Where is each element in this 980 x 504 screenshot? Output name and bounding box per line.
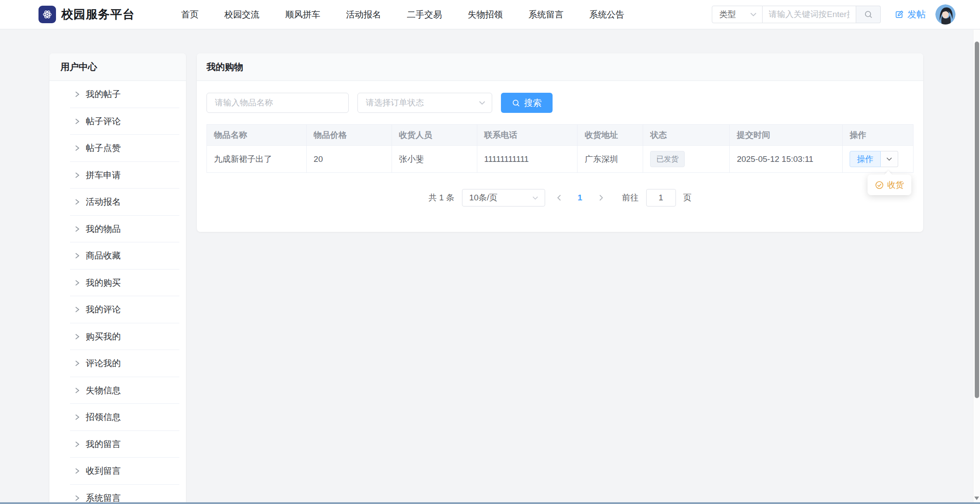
- create-post-link[interactable]: 发帖: [895, 8, 926, 21]
- page-unit-label: 页: [683, 192, 692, 203]
- nav-item-lost-found[interactable]: 失物招领: [468, 9, 503, 21]
- page-number-1[interactable]: 1: [573, 193, 587, 203]
- chevron-right-icon: [74, 360, 80, 367]
- search-icon: [512, 99, 520, 107]
- cell-item-name: 九成新裙子出了: [207, 146, 307, 173]
- sidebar-item-my-posts[interactable]: 我的帖子: [49, 81, 186, 108]
- chevron-down-icon: [479, 101, 486, 105]
- prev-page-button[interactable]: [553, 189, 566, 206]
- pagination: 共 1 条 10条/页 1 前往 页: [197, 189, 923, 206]
- brand[interactable]: 校园服务平台: [38, 6, 135, 23]
- sidebar-item-label: 我的购买: [86, 277, 121, 289]
- chevron-right-icon: [74, 333, 80, 340]
- chevron-right-icon: [74, 145, 80, 151]
- user-center-sidebar: 用户中心 我的帖子 帖子评论 帖子点赞 拼车申请 活动报名 我的物品 商品收藏: [49, 53, 186, 504]
- keyword-search-button[interactable]: [856, 6, 881, 23]
- chevron-right-icon: [74, 118, 80, 125]
- nav-item-campus-exchange[interactable]: 校园交流: [224, 9, 259, 21]
- action-dropdown-menu: 收货: [868, 175, 911, 195]
- order-status-placeholder: 请选择订单状态: [366, 97, 424, 108]
- page: 校园服务平台 首页 校园交流 顺风拼车 活动报名 二手交易 失物招领 系统留言 …: [0, 0, 980, 504]
- col-item-price: 物品价格: [306, 125, 392, 146]
- sidebar-item-label: 收到留言: [86, 465, 121, 477]
- sidebar-item-lost-info[interactable]: 失物信息: [49, 377, 186, 404]
- order-status-select[interactable]: 请选择订单状态: [357, 93, 492, 113]
- chevron-right-icon: [74, 226, 80, 232]
- sidebar-item-post-comments[interactable]: 帖子评论: [49, 108, 186, 135]
- sidebar-item-commented-mine[interactable]: 评论我的: [49, 350, 186, 377]
- sidebar-item-label: 购买我的: [86, 331, 121, 343]
- chevron-right-icon: [598, 194, 604, 201]
- col-address: 收货地址: [578, 125, 643, 146]
- type-select[interactable]: 类型: [712, 6, 763, 23]
- chevron-right-icon: [74, 252, 80, 259]
- brand-logo-icon: [38, 6, 56, 23]
- menu-item-receive-goods[interactable]: 收货: [887, 179, 904, 191]
- cell-submit-time: 2025-05-12 15:03:11: [730, 146, 843, 173]
- chevron-right-icon: [74, 468, 80, 474]
- sidebar-item-found-info[interactable]: 招领信息: [49, 404, 186, 431]
- chevron-right-icon: [74, 414, 80, 420]
- sidebar-item-activity-signup[interactable]: 活动报名: [49, 189, 186, 216]
- action-button[interactable]: 操作: [850, 151, 881, 167]
- chevron-right-icon: [74, 280, 80, 286]
- nav-item-home[interactable]: 首页: [181, 9, 199, 21]
- scrollbar-down-arrow-icon[interactable]: [974, 496, 980, 500]
- sidebar-item-label: 评论我的: [86, 357, 121, 369]
- search-icon: [864, 10, 873, 19]
- chevron-right-icon: [74, 495, 80, 501]
- next-page-button[interactable]: [595, 189, 608, 206]
- status-badge: 已发货: [650, 151, 685, 167]
- user-avatar[interactable]: [935, 4, 956, 24]
- goto-label: 前往: [622, 192, 639, 203]
- nav-item-carpool[interactable]: 顺风拼车: [285, 9, 320, 21]
- top-navbar: 校园服务平台 首页 校园交流 顺风拼车 活动报名 二手交易 失物招领 系统留言 …: [0, 0, 980, 29]
- goto-page-input[interactable]: [646, 189, 676, 206]
- sidebar-item-label: 活动报名: [86, 196, 121, 208]
- search-button-label: 搜索: [524, 97, 542, 109]
- chevron-right-icon: [74, 441, 80, 448]
- chevron-left-icon: [556, 194, 562, 201]
- search-button[interactable]: 搜索: [501, 93, 553, 113]
- scrollbar-thumb[interactable]: [975, 42, 979, 398]
- sidebar-item-bought-mine[interactable]: 购买我的: [49, 323, 186, 350]
- my-shopping-panel: 我的购物 请选择订单状态 搜索: [197, 53, 923, 232]
- page-scrollbar[interactable]: [973, 30, 980, 504]
- col-phone: 联系电话: [477, 125, 578, 146]
- sidebar-item-label: 招领信息: [86, 411, 121, 423]
- orders-table: 物品名称 物品价格 收货人员 联系电话 收货地址 状态 提交时间 操作 九成新裙…: [206, 124, 914, 173]
- item-name-input[interactable]: [206, 93, 349, 113]
- sidebar-item-system-messages[interactable]: 系统留言: [49, 485, 186, 504]
- sidebar-item-label: 我的留言: [86, 438, 121, 450]
- sidebar-item-received-messages[interactable]: 收到留言: [49, 458, 186, 485]
- col-submit-time: 提交时间: [730, 125, 843, 146]
- edit-icon: [895, 10, 904, 19]
- sidebar-item-my-comments[interactable]: 我的评论: [49, 296, 186, 323]
- sidebar-item-carpool-apply[interactable]: 拼车申请: [49, 162, 186, 189]
- chevron-right-icon: [74, 387, 80, 394]
- cell-phone: 11111111111: [477, 146, 578, 173]
- nav-item-system-message[interactable]: 系统留言: [528, 9, 564, 21]
- sidebar-item-post-likes[interactable]: 帖子点赞: [49, 135, 186, 162]
- nav-item-secondhand[interactable]: 二手交易: [407, 9, 442, 21]
- nav-item-system-notice[interactable]: 系统公告: [589, 9, 624, 21]
- sidebar-item-my-purchases[interactable]: 我的购买: [49, 270, 186, 297]
- cell-status: 已发货: [643, 146, 730, 173]
- chevron-down-icon: [886, 157, 892, 161]
- sidebar-item-my-goods[interactable]: 我的物品: [49, 216, 186, 243]
- sidebar-item-label: 我的评论: [86, 304, 121, 315]
- keyword-search-input[interactable]: [763, 6, 856, 23]
- sidebar-item-my-messages[interactable]: 我的留言: [49, 431, 186, 458]
- table-header-row: 物品名称 物品价格 收货人员 联系电话 收货地址 状态 提交时间 操作: [207, 125, 914, 146]
- row-action-split-button: 操作: [850, 151, 898, 167]
- pagination-total: 共 1 条: [428, 192, 454, 203]
- page-size-select[interactable]: 10条/页: [462, 189, 545, 206]
- sidebar-item-goods-favorites[interactable]: 商品收藏: [49, 242, 186, 270]
- action-dropdown-toggle[interactable]: [881, 151, 898, 167]
- panel-title: 我的购物: [197, 53, 923, 81]
- col-item-name: 物品名称: [207, 125, 307, 146]
- col-actions: 操作: [842, 125, 913, 146]
- cell-address: 广东深圳: [578, 146, 643, 173]
- create-post-label: 发帖: [907, 8, 926, 21]
- nav-item-activity-signup[interactable]: 活动报名: [346, 9, 381, 21]
